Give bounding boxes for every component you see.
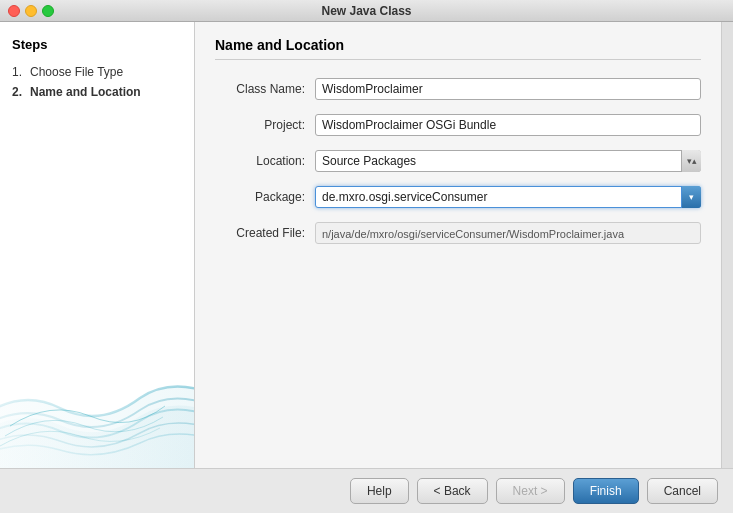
package-select-wrapper: ▾ xyxy=(315,186,701,208)
class-name-field xyxy=(315,78,701,100)
project-label: Project: xyxy=(215,118,315,132)
step-1-label: Choose File Type xyxy=(30,65,123,79)
package-row: Package: ▾ xyxy=(215,186,701,208)
finish-button[interactable]: Finish xyxy=(573,478,639,504)
minimize-button[interactable] xyxy=(25,5,37,17)
decorative-wave xyxy=(0,338,195,468)
location-row: Location: Source Packages ▾▴ xyxy=(215,150,701,172)
maximize-button[interactable] xyxy=(42,5,54,17)
cancel-button[interactable]: Cancel xyxy=(647,478,718,504)
section-title: Name and Location xyxy=(215,37,701,60)
window-title: New Java Class xyxy=(321,4,411,18)
package-field: ▾ xyxy=(315,186,701,208)
close-button[interactable] xyxy=(8,5,20,17)
step-2: 2. Name and Location xyxy=(12,82,182,102)
dialog-body: Steps 1. Choose File Type 2. Name and Lo… xyxy=(0,22,733,468)
step-1-number: 1. xyxy=(12,65,26,79)
sidebar-title: Steps xyxy=(12,37,182,52)
step-2-number: 2. xyxy=(12,85,26,99)
created-file-row: Created File: n/java/de/mxro/osgi/servic… xyxy=(215,222,701,244)
class-name-row: Class Name: xyxy=(215,78,701,100)
location-select-wrapper: Source Packages ▾▴ xyxy=(315,150,701,172)
dialog-footer: Help < Back Next > Finish Cancel xyxy=(0,468,733,513)
created-file-label: Created File: xyxy=(215,226,315,240)
class-name-input[interactable] xyxy=(315,78,701,100)
steps-list: 1. Choose File Type 2. Name and Location xyxy=(12,62,182,102)
location-field: Source Packages ▾▴ xyxy=(315,150,701,172)
scrollbar[interactable] xyxy=(721,22,733,468)
help-button[interactable]: Help xyxy=(350,478,409,504)
location-select[interactable]: Source Packages xyxy=(315,150,701,172)
created-file-value: n/java/de/mxro/osgi/serviceConsumer/Wisd… xyxy=(315,222,701,244)
title-bar: New Java Class xyxy=(0,0,733,22)
content-area: Name and Location Class Name: Project: L… xyxy=(195,22,721,468)
location-label: Location: xyxy=(215,154,315,168)
package-label: Package: xyxy=(215,190,315,204)
dialog: Steps 1. Choose File Type 2. Name and Lo… xyxy=(0,22,733,513)
step-1: 1. Choose File Type xyxy=(12,62,182,82)
next-button[interactable]: Next > xyxy=(496,478,565,504)
project-field xyxy=(315,114,701,136)
class-name-label: Class Name: xyxy=(215,82,315,96)
back-button[interactable]: < Back xyxy=(417,478,488,504)
created-file-field: n/java/de/mxro/osgi/serviceConsumer/Wisd… xyxy=(315,222,701,244)
package-input[interactable] xyxy=(315,186,701,208)
project-input[interactable] xyxy=(315,114,701,136)
project-row: Project: xyxy=(215,114,701,136)
sidebar: Steps 1. Choose File Type 2. Name and Lo… xyxy=(0,22,195,468)
step-2-label: Name and Location xyxy=(30,85,141,99)
window-controls[interactable] xyxy=(8,5,54,17)
